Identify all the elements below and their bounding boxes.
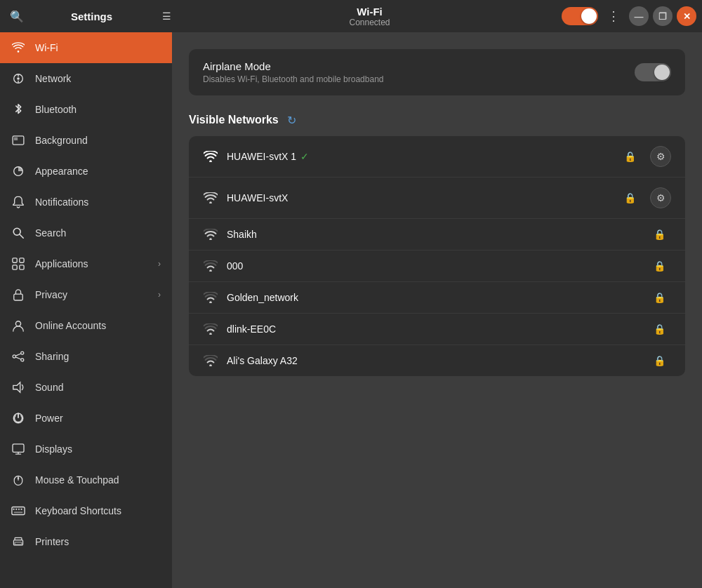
network-item[interactable]: dlink-EE0C🔒 — [189, 314, 685, 345]
search-button[interactable]: 🔍 — [6, 5, 28, 27]
sidebar-item-label: Appearance — [35, 166, 161, 177]
svg-point-40 — [209, 269, 212, 272]
maximize-button[interactable]: ❐ — [653, 6, 673, 26]
sidebar-item-displays[interactable]: Displays — [0, 434, 172, 465]
wifi-signal-icon — [203, 151, 218, 162]
network-item[interactable]: Ali's Galaxy A32🔒 — [189, 345, 685, 376]
network-name: Ali's Galaxy A32 — [227, 355, 645, 366]
sidebar-item-applications[interactable]: Applications› — [0, 248, 172, 279]
sidebar-item-appearance[interactable]: Appearance — [0, 156, 172, 187]
applications-icon — [11, 257, 25, 271]
sidebar-item-label: Background — [35, 135, 161, 146]
connected-checkmark-icon: ✓ — [300, 151, 309, 162]
notifications-icon — [11, 195, 25, 209]
close-button[interactable]: ✕ — [677, 6, 696, 26]
svg-point-39 — [209, 238, 212, 240]
network-item[interactable]: Shaikh🔒 — [189, 219, 685, 250]
wifi-signal-icon — [203, 229, 218, 240]
refresh-icon: ↻ — [287, 114, 296, 127]
svg-point-42 — [209, 333, 212, 335]
svg-line-18 — [15, 354, 21, 356]
svg-point-43 — [209, 364, 212, 366]
window-wifi-title: Wi-Fi — [357, 6, 383, 18]
svg-point-15 — [21, 352, 24, 354]
search-icon — [11, 226, 25, 240]
svg-rect-23 — [13, 444, 24, 453]
sidebar-item-label: Sound — [35, 382, 161, 393]
sidebar-item-sound[interactable]: Sound — [0, 372, 172, 403]
sidebar-item-privacy[interactable]: Privacy› — [0, 279, 172, 310]
lock-icon: 🔒 — [654, 292, 665, 303]
network-item[interactable]: HUAWEI-svtX🔒⚙ — [189, 178, 685, 219]
networks-list: HUAWEI-svtX 1✓🔒⚙ HUAWEI-svtX🔒⚙ Shaikh🔒 0… — [189, 136, 685, 376]
network-settings-button[interactable]: ⚙ — [650, 146, 671, 167]
chevron-right-icon: › — [158, 259, 161, 269]
window-wifi-status: Connected — [349, 18, 390, 27]
close-icon: ✕ — [683, 11, 691, 22]
titlebar-right: ⋮ — ❐ ✕ — [562, 5, 696, 27]
svg-line-19 — [15, 357, 21, 359]
minimize-icon: — — [635, 11, 644, 22]
sidebar-item-wifi[interactable]: Wi-Fi — [0, 32, 172, 63]
refresh-networks-button[interactable]: ↻ — [284, 112, 300, 128]
svg-rect-34 — [14, 512, 23, 513]
network-name: Golden_network — [227, 292, 645, 303]
network-item[interactable]: 000🔒 — [189, 250, 685, 282]
svg-rect-32 — [18, 509, 20, 510]
sidebar-item-online-accounts[interactable]: Online Accounts — [0, 310, 172, 341]
visible-networks-label: Visible Networks — [189, 114, 279, 126]
mouse-icon — [11, 473, 25, 487]
sidebar-item-label: Notifications — [35, 196, 161, 208]
sidebar-item-label: Privacy — [35, 289, 148, 300]
airplane-info: Airplane Mode Disables Wi-Fi, Bluetooth … — [203, 60, 383, 84]
airplane-toggle[interactable] — [635, 63, 671, 81]
sidebar-item-notifications[interactable]: Notifications — [0, 187, 172, 218]
sidebar-item-label: Applications — [35, 258, 148, 269]
wifi-toggle[interactable] — [562, 7, 598, 25]
sidebar-item-bluetooth[interactable]: Bluetooth — [0, 94, 172, 125]
network-name: Shaikh — [227, 229, 645, 240]
svg-rect-29 — [12, 507, 25, 515]
lock-icon: 🔒 — [654, 260, 665, 272]
network-item[interactable]: HUAWEI-svtX 1✓🔒⚙ — [189, 136, 685, 178]
sidebar-item-label: Search — [35, 227, 161, 239]
sidebar-item-label: Online Accounts — [35, 320, 161, 331]
online-accounts-icon — [11, 319, 25, 333]
sidebar-item-mouse-touchpad[interactable]: Mouse & Touchpad — [0, 465, 172, 495]
search-icon: 🔍 — [10, 10, 24, 23]
sidebar-item-search[interactable]: Search — [0, 218, 172, 248]
sound-icon — [11, 380, 25, 394]
sidebar-item-label: Wi-Fi — [35, 42, 161, 53]
appearance-icon — [11, 164, 25, 178]
sidebar-item-power[interactable]: Power — [0, 403, 172, 434]
network-item[interactable]: Golden_network🔒 — [189, 282, 685, 314]
airplane-toggle-knob — [654, 65, 670, 80]
settings-content: Airplane Mode Disables Wi-Fi, Bluetooth … — [172, 32, 702, 588]
network-settings-button[interactable]: ⚙ — [650, 187, 671, 208]
svg-point-14 — [15, 321, 20, 326]
sidebar-item-background[interactable]: Background — [0, 125, 172, 156]
svg-point-17 — [21, 359, 24, 361]
wifi-icon — [11, 41, 25, 55]
sharing-icon — [11, 349, 25, 363]
titlebar: 🔍 Settings ☰ Wi-Fi Connected ⋮ — ❐ ✕ — [0, 0, 702, 32]
svg-rect-12 — [20, 265, 24, 269]
sidebar-item-printers[interactable]: Printers — [0, 526, 172, 557]
sidebar-item-network[interactable]: Network — [0, 63, 172, 94]
titlebar-left: 🔍 Settings ☰ — [6, 5, 178, 27]
chevron-right-icon: › — [158, 290, 161, 300]
network-name: HUAWEI-svtX 1✓ — [227, 151, 616, 162]
minimize-button[interactable]: — — [629, 6, 649, 26]
networks-header: Visible Networks ↻ — [189, 112, 685, 128]
sidebar-item-sharing[interactable]: Sharing — [0, 341, 172, 372]
power-icon — [11, 411, 25, 425]
lock-icon: 🔒 — [654, 229, 665, 240]
lock-icon: 🔒 — [654, 323, 665, 335]
sidebar: Wi-FiNetworkBluetoothBackgroundAppearanc… — [0, 32, 172, 588]
keyboard-icon — [11, 504, 25, 518]
svg-point-1 — [17, 77, 20, 80]
sidebar-item-keyboard-shortcuts[interactable]: Keyboard Shortcuts — [0, 495, 172, 526]
menu-button[interactable]: ☰ — [155, 5, 178, 27]
svg-point-7 — [13, 228, 20, 235]
more-options-button[interactable]: ⋮ — [602, 5, 625, 27]
